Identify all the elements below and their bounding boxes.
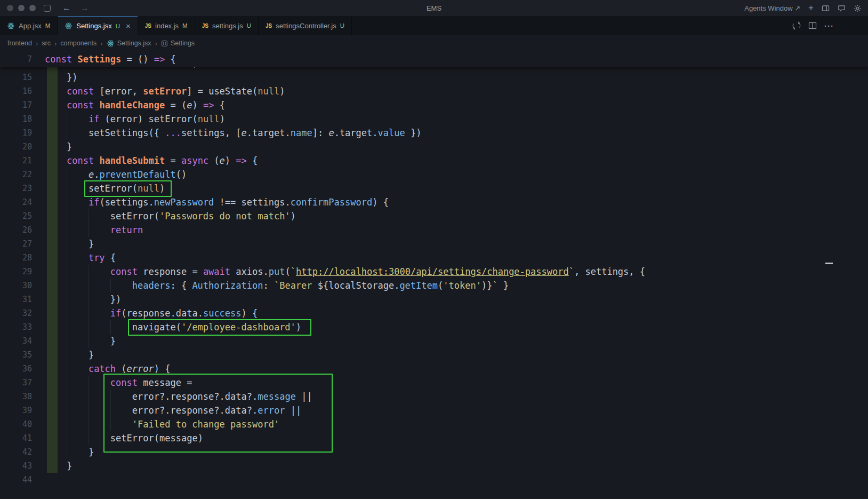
tab-label: Settings.jsx bbox=[76, 22, 111, 30]
tab-index-js[interactable]: JSindex.jsM bbox=[138, 16, 195, 35]
code-line-34[interactable]: 34 } bbox=[0, 334, 868, 348]
highlight-box-1 bbox=[84, 180, 172, 197]
more-actions-icon[interactable]: ··· bbox=[824, 21, 834, 30]
breadcrumb-item-components[interactable]: components bbox=[60, 39, 97, 47]
tab-label: index.js bbox=[155, 22, 179, 30]
line-number: 15 bbox=[0, 70, 32, 84]
compare-changes-icon[interactable] bbox=[792, 21, 801, 30]
line-number: 36 bbox=[0, 362, 32, 376]
code-line-19[interactable]: 19 setSettings({ ...settings, [e.target.… bbox=[0, 126, 868, 140]
back-arrow-icon[interactable]: ← bbox=[62, 3, 71, 13]
overview-ruler-cursor-marker bbox=[825, 263, 833, 264]
js-icon: JS bbox=[145, 23, 151, 29]
code-line-24[interactable]: 24 if(settings.newPassword !== settings.… bbox=[0, 195, 868, 209]
chevron-right-icon: › bbox=[54, 39, 57, 47]
breadcrumb-item-settings[interactable]: Settings bbox=[161, 39, 195, 47]
code-line-35[interactable]: 35 } bbox=[0, 348, 868, 362]
window-minimize-button[interactable] bbox=[18, 5, 25, 11]
line-number: 32 bbox=[0, 306, 32, 320]
code-line-31[interactable]: 31 }) bbox=[0, 292, 868, 306]
line-number: 30 bbox=[0, 279, 32, 292]
code-line-43[interactable]: 43 } bbox=[0, 459, 868, 473]
breadcrumb-label: Settings.jsx bbox=[117, 39, 151, 47]
breadcrumb-label: components bbox=[60, 39, 97, 47]
tab-label: settings.js bbox=[212, 22, 243, 30]
editor-actions: ··· bbox=[792, 16, 834, 35]
code-line-15[interactable]: 15 }) bbox=[0, 70, 868, 84]
title-bar: ← → EMS Agents Window ↗ + bbox=[0, 0, 868, 16]
line-number: 25 bbox=[0, 209, 32, 223]
breadcrumb-item-src[interactable]: src bbox=[42, 39, 51, 47]
breadcrumb-item-frontend[interactable]: frontend bbox=[7, 39, 32, 47]
chevron-right-icon: › bbox=[36, 39, 38, 47]
line-number: 23 bbox=[0, 181, 32, 195]
window-zoom-button[interactable] bbox=[29, 5, 36, 11]
code-editor[interactable]: 14 confirmPassword: '',15 })16 const [er… bbox=[0, 51, 868, 499]
code-line-44[interactable]: 44 bbox=[0, 473, 868, 487]
code-line-21[interactable]: 21 const handleSubmit = async (e) => { bbox=[0, 154, 868, 168]
forward-arrow-icon[interactable]: → bbox=[81, 3, 89, 13]
code-line-18[interactable]: 18 if (error) setError(null) bbox=[0, 112, 868, 126]
breadcrumb-item-settings-jsx[interactable]: Settings.jsx bbox=[107, 39, 151, 47]
js-icon: JS bbox=[266, 23, 272, 29]
line-number: 22 bbox=[0, 168, 32, 181]
git-status-badge: U bbox=[340, 22, 344, 29]
tab-app-jsx[interactable]: App.jsxM bbox=[0, 16, 58, 35]
breadcrumb-label: src bbox=[42, 39, 51, 47]
line-number: 42 bbox=[0, 445, 32, 459]
plus-icon[interactable]: + bbox=[808, 3, 814, 12]
code-line-28[interactable]: 28 try { bbox=[0, 251, 868, 265]
react-icon bbox=[65, 22, 73, 30]
line-number: 41 bbox=[0, 431, 32, 445]
tab-label: App.jsx bbox=[19, 22, 42, 30]
line-number: 28 bbox=[0, 251, 32, 265]
code-line-26[interactable]: 26 return bbox=[0, 223, 868, 237]
git-status-badge: U bbox=[116, 23, 120, 29]
code-line-29[interactable]: 29 const response = await axios.put(`htt… bbox=[0, 265, 868, 279]
vscode-window: { "titlebar": { "title": "EMS", "right_l… bbox=[0, 0, 868, 499]
chat-icon[interactable] bbox=[838, 4, 846, 12]
tab-settingscontroller-js[interactable]: JSsettingsController.jsU bbox=[259, 16, 352, 35]
code-line-17[interactable]: 17 const handleChange = (e) => { bbox=[0, 98, 868, 112]
highlight-box-2 bbox=[128, 319, 311, 336]
code-line-20[interactable]: 20 } bbox=[0, 140, 868, 154]
line-number: 20 bbox=[0, 140, 32, 154]
tab-bar: App.jsxMSettings.jsxU×JSindex.jsMJSsetti… bbox=[0, 16, 868, 35]
tab-settings-jsx[interactable]: Settings.jsxU× bbox=[58, 16, 138, 35]
close-tab-icon[interactable]: × bbox=[126, 21, 131, 30]
react-icon bbox=[7, 22, 15, 30]
code-line-32[interactable]: 32 if(response.data.success) { bbox=[0, 306, 868, 320]
line-number: 29 bbox=[0, 265, 32, 279]
tab-label: settingsController.js bbox=[276, 22, 336, 30]
git-status-badge: U bbox=[247, 22, 251, 29]
window-close-button[interactable] bbox=[7, 5, 13, 11]
code-line-16[interactable]: 16 const [error, setError] = useState(nu… bbox=[0, 84, 868, 98]
line-number: 26 bbox=[0, 223, 32, 237]
code-line-22[interactable]: 22 e.preventDefault() bbox=[0, 168, 868, 181]
code-line-30[interactable]: 30 headers: { Authorization: `Bearer ${l… bbox=[0, 279, 868, 292]
line-number: 7 bbox=[0, 52, 32, 66]
sticky-scroll-header[interactable]: 7const Settings = () => { bbox=[0, 51, 868, 67]
code-line-25[interactable]: 25 setError('Passwords do not match') bbox=[0, 209, 868, 223]
line-number: 40 bbox=[0, 417, 32, 431]
highlight-box-3 bbox=[103, 374, 333, 453]
line-number: 31 bbox=[0, 292, 32, 306]
line-number: 33 bbox=[0, 320, 32, 334]
breadcrumb-label: frontend bbox=[7, 39, 32, 47]
split-editor-icon[interactable] bbox=[808, 21, 817, 30]
code-line-7[interactable]: 7const Settings = () => { bbox=[0, 52, 868, 66]
line-number: 16 bbox=[0, 84, 32, 98]
panel-layout-icon[interactable] bbox=[822, 4, 830, 12]
line-number: 27 bbox=[0, 237, 32, 251]
breadcrumb: frontend›src›components›Settings.jsx›Set… bbox=[0, 35, 868, 51]
settings-gear-icon[interactable] bbox=[854, 4, 862, 12]
line-number: 21 bbox=[0, 154, 32, 168]
line-number: 34 bbox=[0, 334, 32, 348]
layout-square-icon[interactable] bbox=[44, 5, 51, 12]
tab-settings-js[interactable]: JSsettings.jsU bbox=[195, 16, 259, 35]
code-line-27[interactable]: 27 } bbox=[0, 237, 868, 251]
symbol-icon bbox=[161, 40, 168, 47]
git-status-badge: M bbox=[45, 22, 51, 29]
line-number: 18 bbox=[0, 112, 32, 126]
agents-window-link[interactable]: Agents Window ↗ bbox=[744, 4, 800, 12]
